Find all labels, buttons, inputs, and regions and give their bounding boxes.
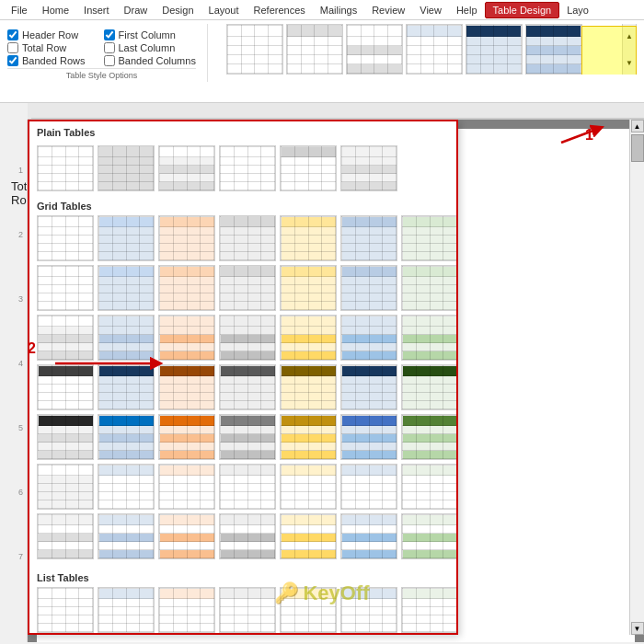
table-style-thumb[interactable] (98, 145, 155, 191)
table-style-thumb[interactable] (401, 513, 458, 559)
table-style-thumb[interactable] (401, 464, 458, 510)
menu-file[interactable]: File (4, 3, 35, 17)
table-style-thumb[interactable] (158, 215, 215, 261)
menu-draw[interactable]: Draw (117, 3, 155, 17)
scroll-thumb[interactable] (631, 134, 644, 162)
table-style-thumb[interactable] (98, 315, 155, 361)
table-style-thumb[interactable] (401, 315, 458, 361)
total-row-checkbox[interactable] (7, 42, 18, 53)
menu-insert[interactable]: Insert (76, 3, 117, 17)
table-style-thumb[interactable] (98, 265, 155, 311)
table-style-thumb[interactable] (158, 265, 215, 311)
table-style-thumb[interactable] (219, 215, 276, 261)
table-style-thumb[interactable] (226, 24, 283, 75)
table-style-thumb[interactable] (401, 265, 458, 311)
menu-view[interactable]: View (412, 3, 449, 17)
table-style-thumb[interactable] (280, 265, 337, 311)
table-style-thumb[interactable] (98, 414, 155, 460)
table-style-thumb[interactable] (340, 315, 397, 361)
table-style-thumb[interactable] (280, 315, 337, 361)
table-style-thumb[interactable] (37, 414, 94, 460)
table-style-thumb[interactable] (37, 315, 94, 361)
table-style-thumb[interactable] (219, 364, 276, 410)
banded-cols-checkbox[interactable] (104, 55, 115, 66)
header-row-checkbox[interactable] (7, 29, 18, 40)
table-style-thumb[interactable] (98, 513, 155, 559)
table-style-thumb[interactable] (158, 145, 215, 191)
table-style-thumb[interactable] (525, 24, 582, 75)
table-style-thumb[interactable] (280, 513, 337, 559)
scroll-up-arrow[interactable]: ▲ (631, 120, 644, 132)
table-style-thumb[interactable] (158, 464, 215, 510)
table-style-thumb[interactable] (280, 364, 337, 410)
table-style-thumb[interactable] (158, 587, 215, 633)
table-style-thumb[interactable] (340, 364, 397, 410)
first-col-checkbox[interactable] (104, 29, 115, 40)
table-style-thumb[interactable] (98, 464, 155, 510)
table-style-thumb[interactable] (340, 414, 397, 460)
table-style-thumb[interactable] (280, 414, 337, 460)
header-row-option[interactable]: Header Row (7, 29, 86, 40)
scroll-down-arrow[interactable]: ▼ (631, 622, 644, 635)
table-style-thumb[interactable] (280, 215, 337, 261)
table-style-thumb[interactable] (286, 24, 343, 75)
table-style-thumb[interactable] (340, 587, 397, 633)
table-style-thumb[interactable] (340, 464, 397, 510)
table-style-thumb[interactable] (37, 513, 94, 559)
banded-rows-checkbox[interactable] (7, 55, 18, 66)
table-style-thumb[interactable] (158, 414, 215, 460)
table-style-thumb[interactable] (37, 145, 94, 191)
table-style-thumb[interactable] (340, 513, 397, 559)
table-style-thumb[interactable] (219, 587, 276, 633)
last-col-option[interactable]: Last Column (104, 42, 196, 53)
table-style-thumb[interactable] (340, 145, 397, 191)
table-style-thumb[interactable] (401, 587, 458, 633)
table-style-thumb[interactable] (401, 414, 458, 460)
menu-mailings[interactable]: Mailings (313, 3, 364, 17)
last-col-checkbox[interactable] (104, 42, 115, 53)
table-style-thumb[interactable] (280, 145, 337, 191)
table-style-thumb[interactable] (219, 145, 276, 191)
menu-design[interactable]: Design (155, 3, 201, 17)
header-row-label: Header Row (22, 29, 78, 40)
banded-cols-option[interactable]: Banded Columns (104, 55, 196, 66)
menu-layout[interactable]: Layout (201, 3, 247, 17)
table-style-thumb[interactable] (466, 24, 523, 75)
table-style-thumb[interactable] (37, 464, 94, 510)
menu-layout2[interactable]: Layo (559, 3, 596, 17)
menu-references[interactable]: References (247, 3, 313, 17)
table-style-thumb[interactable] (340, 215, 397, 261)
table-style-thumb[interactable] (158, 513, 215, 559)
table-style-thumb[interactable] (219, 414, 276, 460)
menu-review[interactable]: Review (364, 3, 412, 17)
table-style-thumb[interactable] (158, 364, 215, 410)
table-style-thumb[interactable] (346, 24, 403, 75)
table-style-thumb[interactable] (37, 364, 94, 410)
table-style-thumb[interactable] (401, 215, 458, 261)
table-styles-dropdown: Plain Tables Grid Tables List Tables Mod… (28, 120, 458, 635)
table-style-thumb[interactable] (340, 265, 397, 311)
dropdown-scrollbar[interactable]: ▲ ▼ (629, 120, 644, 635)
menu-help[interactable]: Help (449, 3, 485, 17)
table-style-thumb[interactable] (158, 315, 215, 361)
table-style-thumb[interactable] (280, 464, 337, 510)
table-style-thumb[interactable] (219, 265, 276, 311)
table-style-thumb[interactable] (98, 215, 155, 261)
table-style-thumb[interactable] (37, 215, 94, 261)
table-style-thumb[interactable] (219, 513, 276, 559)
plain-tables-grid (29, 142, 456, 195)
table-style-thumb[interactable] (219, 315, 276, 361)
total-row-option[interactable]: Total Row (7, 42, 86, 53)
table-style-thumb[interactable] (401, 364, 458, 410)
table-style-thumb[interactable] (98, 364, 155, 410)
table-style-thumb[interactable] (98, 587, 155, 633)
menu-table-design[interactable]: Table Design (485, 2, 560, 18)
table-style-thumb[interactable] (37, 265, 94, 311)
menu-home[interactable]: Home (35, 3, 76, 17)
table-style-thumb[interactable] (280, 587, 337, 633)
banded-rows-option[interactable]: Banded Rows (7, 55, 86, 66)
table-style-thumb[interactable] (406, 24, 463, 75)
table-style-thumb[interactable] (219, 464, 276, 510)
table-style-thumb[interactable] (37, 587, 94, 633)
first-col-option[interactable]: First Column (104, 29, 196, 40)
